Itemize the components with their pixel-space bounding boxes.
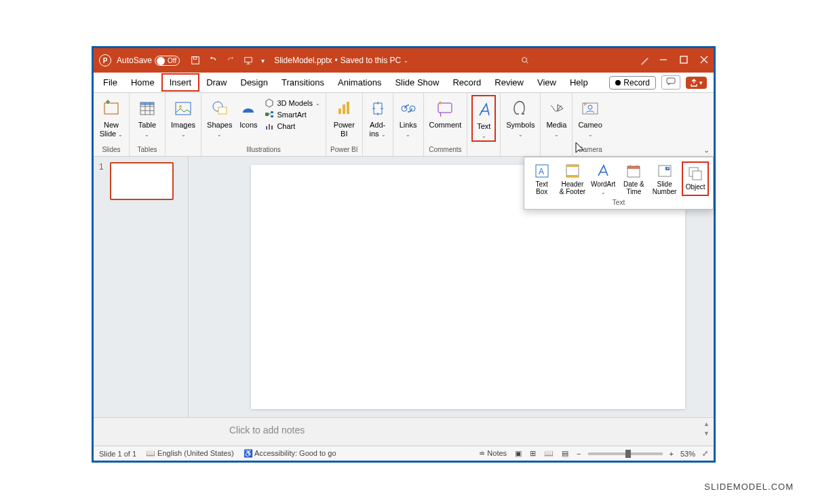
menu-slideshow[interactable]: Slide Show	[388, 75, 446, 90]
menu-transitions[interactable]: Transitions	[275, 75, 331, 90]
group-tables-label: Tables	[138, 146, 157, 155]
notes-toggle[interactable]: ≐ Notes	[479, 449, 507, 458]
images-button[interactable]: Images⌄	[170, 95, 197, 139]
svg-text:A: A	[539, 167, 544, 176]
menu-file[interactable]: File	[96, 75, 124, 90]
comment-icon	[435, 96, 454, 121]
svg-point-24	[402, 106, 407, 111]
comments-pane-button[interactable]	[661, 75, 680, 90]
maximize-button[interactable]	[680, 56, 688, 66]
svg-rect-16	[271, 111, 273, 113]
3d-models-button[interactable]: 3D Models ⌄	[263, 98, 322, 109]
textbox-button[interactable]: A Text Box	[528, 161, 555, 196]
notes-scroll-down[interactable]: ▼	[703, 430, 710, 437]
smartart-button[interactable]: SmartArt	[263, 109, 322, 120]
zoom-in-button[interactable]: +	[670, 450, 674, 458]
notes-pane[interactable]: Click to add notes ▲▼	[94, 417, 714, 446]
svg-rect-15	[265, 113, 269, 116]
zoom-out-button[interactable]: −	[577, 450, 581, 458]
svg-rect-26	[438, 103, 452, 113]
slide-thumbnail-1[interactable]	[110, 162, 174, 200]
svg-point-3	[522, 58, 527, 62]
icons-button[interactable]: Icons	[237, 95, 259, 131]
new-slide-button[interactable]: New Slide ⌄	[98, 95, 125, 139]
object-button[interactable]: Object	[682, 161, 709, 196]
menu-home[interactable]: Home	[124, 75, 161, 90]
svg-rect-12	[218, 107, 227, 114]
zoom-slider[interactable]	[588, 452, 663, 455]
symbols-button[interactable]: Symbols⌄	[505, 95, 536, 139]
titlebar: P AutoSave Off ▾ SlideModel.pptx • Saved…	[94, 48, 714, 73]
record-button[interactable]: Record	[609, 76, 656, 90]
addins-icon	[368, 96, 387, 121]
normal-view-icon[interactable]: ▣	[513, 449, 523, 458]
present-icon[interactable]	[244, 56, 253, 65]
title-chevron-icon[interactable]: ⌄	[404, 58, 408, 64]
object-icon	[688, 164, 703, 183]
menu-record[interactable]: Record	[446, 75, 488, 90]
search-icon[interactable]	[520, 56, 530, 65]
svg-rect-21	[338, 109, 341, 114]
menu-help[interactable]: Help	[563, 75, 595, 90]
media-icon	[547, 96, 566, 121]
shapes-icon	[210, 96, 229, 121]
chart-button[interactable]: Chart	[263, 121, 322, 132]
shapes-button[interactable]: Shapes⌄	[206, 95, 233, 139]
app-window: P AutoSave Off ▾ SlideModel.pptx • Saved…	[92, 46, 716, 463]
slide-number-button[interactable]: # Slide Number	[651, 161, 678, 196]
menu-animations[interactable]: Animations	[331, 75, 388, 90]
menu-review[interactable]: Review	[488, 75, 530, 90]
svg-rect-23	[347, 102, 349, 114]
wordart-icon	[596, 161, 610, 180]
accessibility-status[interactable]: ♿ Accessibility: Good to go	[244, 449, 336, 458]
slide-counter: Slide 1 of 1	[99, 450, 136, 458]
language-status[interactable]: 📖 English (United States)	[146, 449, 234, 458]
menu-view[interactable]: View	[530, 75, 563, 90]
file-title: SlideModel.pptx • Saved to this PC ⌄	[274, 56, 408, 65]
minimize-button[interactable]	[659, 56, 667, 66]
table-icon	[138, 96, 157, 121]
menu-draw[interactable]: Draw	[199, 75, 233, 90]
redo-icon[interactable]	[226, 56, 235, 65]
svg-point-28	[588, 105, 592, 109]
svg-point-14	[250, 105, 252, 106]
date-time-button[interactable]: Date & Time	[621, 161, 647, 196]
group-camera-label: Camera	[578, 146, 602, 155]
svg-point-10	[179, 105, 182, 108]
powerbi-button[interactable]: Power BI	[332, 95, 356, 139]
comment-button[interactable]: Comment	[428, 95, 463, 131]
fit-slide-icon[interactable]: ⤢	[702, 449, 708, 458]
notes-scroll-up[interactable]: ▲	[703, 421, 710, 427]
watermark: SLIDEMODEL.COM	[704, 482, 794, 492]
ribbon-collapse-icon[interactable]: ⌄	[703, 146, 710, 155]
wordart-button[interactable]: WordArt⌄	[590, 161, 617, 196]
header-footer-icon	[565, 161, 580, 180]
addins-button[interactable]: Add- ins ⌄	[367, 95, 389, 139]
group-slides-label: Slides	[102, 146, 120, 155]
share-button[interactable]: ▾	[686, 77, 707, 89]
group-illustrations-label: Illustrations	[246, 146, 281, 155]
reading-view-icon[interactable]: 📖	[543, 449, 555, 458]
save-icon[interactable]	[191, 56, 200, 65]
links-button[interactable]: Links⌄	[398, 95, 419, 139]
header-footer-button[interactable]: Header & Footer	[559, 161, 585, 196]
slideshow-view-icon[interactable]: ▤	[560, 449, 570, 458]
sorter-view-icon[interactable]: ⊞	[528, 449, 537, 458]
svg-rect-41	[693, 171, 701, 180]
media-button[interactable]: Media⌄	[545, 95, 568, 139]
qat-more-icon[interactable]: ▾	[261, 57, 265, 64]
menu-insert[interactable]: Insert	[161, 73, 200, 92]
zoom-label[interactable]: 53%	[680, 450, 695, 458]
cameo-button[interactable]: P Cameo⌄	[577, 95, 603, 139]
group-comments-label: Comments	[429, 146, 461, 155]
undo-icon[interactable]	[208, 56, 218, 65]
autosave-toggle[interactable]: Off	[155, 56, 180, 66]
pen-icon[interactable]	[640, 56, 650, 65]
text-dropdown-button[interactable]: Text⌄	[471, 95, 496, 142]
table-button[interactable]: Table⌄	[134, 95, 161, 139]
menu-design[interactable]: Design	[234, 75, 275, 90]
svg-rect-9	[176, 102, 191, 115]
close-button[interactable]	[700, 56, 708, 66]
svg-rect-0	[192, 57, 199, 64]
powerpoint-icon: P	[99, 54, 111, 66]
